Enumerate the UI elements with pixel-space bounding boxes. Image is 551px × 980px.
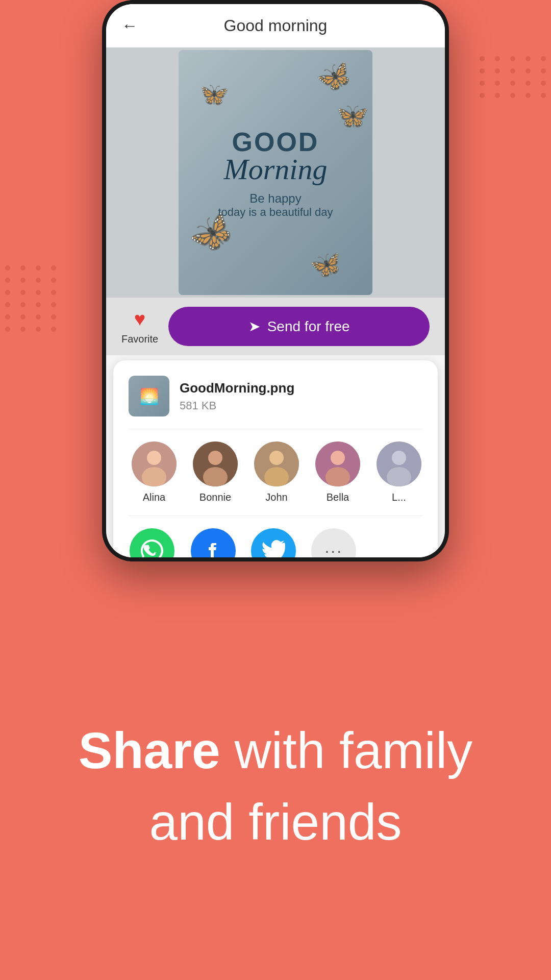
svg-point-4 [208,451,222,465]
share-sheet: 🌅 GoodMorning.png 581 KB [113,360,438,557]
file-thumbnail: 🌅 [129,376,169,416]
avatar-bonnie [193,442,238,486]
app-header: ← Good morning [106,4,445,47]
favorite-label: Favorite [121,333,158,345]
butterfly-5-icon: 🦋 [308,248,344,282]
file-details: GoodMorning.png 581 KB [180,380,294,412]
avatar-alina [132,442,177,486]
contact-john[interactable]: John [251,442,302,503]
file-name: GoodMorning.png [180,380,294,396]
send-label: Send for free [267,318,350,335]
greeting-card: 🦋 🦋 🦋 🦋 🦋 GOOD Morning Be happy today is… [179,50,372,295]
phone-screen: ← Good morning 🦋 🦋 🦋 🦋 🦋 GOOD Morning Be… [106,4,445,557]
file-info: 🌅 GoodMorning.png 581 KB [129,376,422,429]
dot-grid-bottom-left [5,265,56,339]
contact-bonnie[interactable]: Bonnie [190,442,241,503]
decorative-circle-left [0,97,51,163]
contact-bella[interactable]: Bella [312,442,363,503]
file-size: 581 KB [180,399,294,412]
heart-icon: ♥ [134,308,146,330]
share-tagline: Share with family and friends [38,717,513,855]
avatar-bella [315,442,360,486]
send-button[interactable]: ➤ Send for free [168,307,430,346]
avatar-more [377,442,421,486]
action-bar: ♥ Favorite ➤ Send for free [106,298,445,355]
morning-text: Morning [218,152,333,186]
svg-point-13 [392,451,406,465]
butterfly-2-icon: 🦋 [333,99,369,133]
facebook-icon [191,528,236,557]
svg-point-1 [147,451,161,465]
apps-row: WhatsApp Facebook [129,516,422,557]
dot-grid-top-right [480,56,546,105]
contact-name-more-person: L... [392,492,406,503]
twitter-share-button[interactable]: Twitter [251,528,296,557]
contact-alina[interactable]: Alina [129,442,180,503]
phone-frame: ← Good morning 🦋 🦋 🦋 🦋 🦋 GOOD Morning Be… [102,0,449,561]
share-line2-text: and friends [79,789,472,855]
contact-more-person[interactable]: L... [373,442,422,503]
svg-point-10 [331,451,345,465]
more-icon: ··· [311,528,356,557]
contact-name-bella: Bella [327,492,349,503]
contact-name-john: John [265,492,287,503]
twitter-icon [251,528,296,557]
butterfly-1-icon: 🦋 [312,55,357,99]
beautiful-day-text: today is a beautiful day [218,206,333,219]
contacts-row: Alina Bonnie [129,429,422,516]
svg-point-7 [269,451,284,465]
share-bold-text: Share [79,722,220,779]
favorite-button[interactable]: ♥ Favorite [121,308,158,345]
card-text: GOOD Morning Be happy today is a beautif… [218,127,333,219]
facebook-share-button[interactable]: Facebook [191,528,236,557]
contact-name-bonnie: Bonnie [199,492,231,503]
image-area: 🦋 🦋 🦋 🦋 🦋 GOOD Morning Be happy today is… [106,47,445,298]
contact-name-alina: Alina [143,492,165,503]
send-icon: ➤ [248,318,260,335]
file-thumb-icon: 🌅 [140,387,159,405]
back-button[interactable]: ← [121,16,138,35]
butterfly-4-icon: 🦋 [196,78,231,111]
more-share-button[interactable]: ··· More [311,528,356,557]
whatsapp-share-button[interactable]: WhatsApp [129,528,176,557]
bottom-section: Share with family and friends [0,592,551,980]
decorative-circle-right [490,143,551,225]
avatar-john [254,442,299,486]
whatsapp-icon [130,528,174,557]
share-normal-text: with family [220,722,473,779]
be-happy-text: Be happy [218,191,333,206]
more-dots-icon: ··· [324,542,343,558]
page-title: Good morning [224,16,328,35]
